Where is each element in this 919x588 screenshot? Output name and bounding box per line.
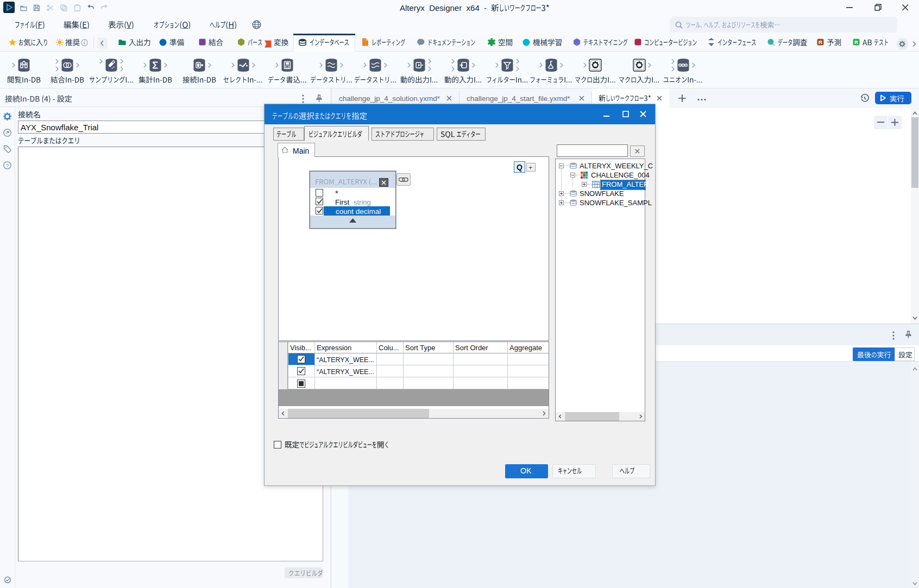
- svg-text:R: R: [854, 39, 858, 45]
- svg-text:R: R: [819, 39, 822, 45]
- svg-text:?: ?: [6, 162, 9, 168]
